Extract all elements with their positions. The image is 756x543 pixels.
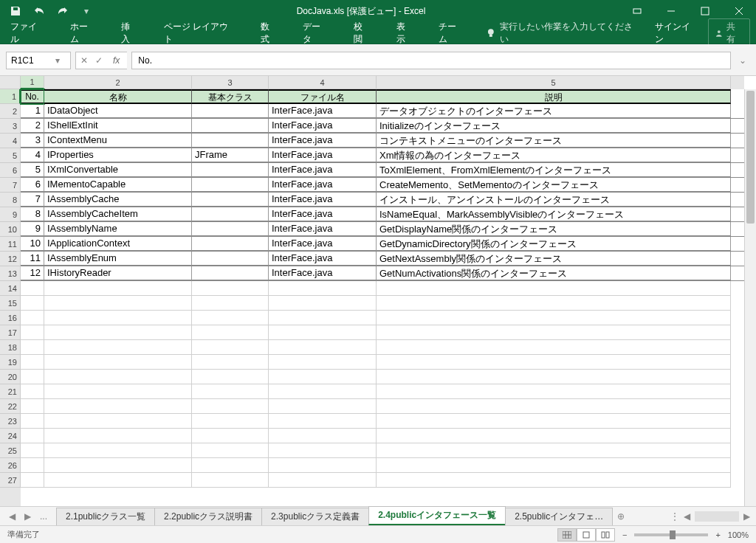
empty-cell[interactable] — [192, 296, 269, 311]
data-cell[interactable]: IsNameEqual、MarkAssemblyVisibleのインターフェース — [377, 207, 731, 221]
data-cell[interactable]: IShellExtInit — [44, 119, 192, 133]
empty-cell[interactable] — [377, 281, 731, 296]
data-cell[interactable]: 1 — [21, 104, 44, 118]
data-cell[interactable]: コンテキストメニューのインターフェース — [377, 134, 731, 148]
data-cell[interactable]: 10 — [21, 237, 44, 251]
row-header[interactable]: 24 — [0, 429, 21, 443]
row-header[interactable]: 26 — [0, 458, 21, 473]
empty-cell[interactable] — [192, 458, 269, 473]
view-page-layout-button[interactable] — [577, 528, 596, 542]
data-cell[interactable] — [192, 119, 269, 133]
empty-cell[interactable] — [377, 370, 731, 384]
sheet-nav-prev[interactable]: ◀ — [9, 511, 16, 522]
add-sheet-button[interactable]: ⊕ — [612, 511, 630, 522]
row-header[interactable]: 8 — [0, 193, 21, 207]
hscroll-split[interactable]: ⋮ — [670, 511, 679, 522]
data-cell[interactable]: IProperties — [44, 148, 192, 162]
data-cell[interactable]: InterFace.java — [269, 178, 377, 192]
empty-cell[interactable] — [269, 370, 377, 384]
data-cell[interactable]: InterFace.java — [269, 104, 377, 118]
empty-cell[interactable] — [269, 325, 377, 340]
column-header[interactable]: 1 — [21, 76, 44, 89]
empty-cell[interactable] — [192, 340, 269, 355]
header-cell[interactable]: 名称 — [44, 89, 192, 104]
empty-cell[interactable] — [377, 443, 731, 458]
empty-cell[interactable] — [192, 473, 269, 488]
empty-cell[interactable] — [269, 399, 377, 414]
row-header[interactable]: 16 — [0, 311, 21, 325]
data-cell[interactable]: CreateMemento、SetMementoのインターフェース — [377, 178, 731, 192]
empty-cell[interactable] — [269, 414, 377, 429]
horizontal-scrollbar[interactable] — [695, 511, 739, 522]
data-cell[interactable]: 9 — [21, 222, 44, 236]
empty-cell[interactable] — [44, 325, 192, 340]
empty-cell[interactable] — [377, 325, 731, 340]
empty-cell[interactable] — [192, 384, 269, 399]
row-header[interactable]: 5 — [0, 148, 21, 163]
hscroll-right[interactable]: ▶ — [743, 511, 750, 522]
row-header[interactable]: 23 — [0, 414, 21, 429]
row-header[interactable]: 11 — [0, 237, 21, 252]
empty-cell[interactable] — [44, 443, 192, 458]
empty-cell[interactable] — [21, 458, 44, 473]
formula-input[interactable]: No. — [131, 52, 731, 69]
empty-cell[interactable] — [377, 473, 731, 488]
empty-cell[interactable] — [21, 473, 44, 488]
empty-cell[interactable] — [21, 311, 44, 325]
empty-cell[interactable] — [192, 414, 269, 429]
header-cell[interactable]: 基本クラス — [192, 89, 269, 104]
vertical-scrollbar[interactable] — [744, 89, 756, 506]
row-header[interactable]: 21 — [0, 384, 21, 399]
empty-cell[interactable] — [377, 340, 731, 355]
sheet-tab[interactable]: 2.1publicクラス一覧 — [56, 508, 155, 525]
empty-cell[interactable] — [44, 296, 192, 311]
empty-cell[interactable] — [44, 340, 192, 355]
empty-cell[interactable] — [269, 281, 377, 296]
row-header[interactable]: 9 — [0, 207, 21, 222]
empty-cell[interactable] — [21, 370, 44, 384]
empty-cell[interactable] — [192, 355, 269, 370]
data-cell[interactable]: 4 — [21, 148, 44, 162]
formula-expand-button[interactable]: ⌄ — [735, 55, 750, 66]
data-cell[interactable] — [192, 193, 269, 207]
cancel-formula-button[interactable]: ✕ — [80, 55, 88, 66]
empty-cell[interactable] — [377, 458, 731, 473]
row-header[interactable]: 25 — [0, 443, 21, 458]
data-cell[interactable] — [192, 207, 269, 221]
data-cell[interactable]: 5 — [21, 163, 44, 177]
data-cell[interactable]: IAssemblyName — [44, 222, 192, 236]
select-all-corner[interactable] — [0, 76, 21, 89]
sheet-tab[interactable]: 2.5publicインタフェ… — [505, 508, 613, 525]
share-button[interactable]: 共有 — [708, 18, 750, 48]
empty-cell[interactable] — [192, 429, 269, 443]
empty-cell[interactable] — [21, 296, 44, 311]
data-cell[interactable] — [192, 237, 269, 251]
redo-button[interactable] — [53, 1, 72, 21]
data-cell[interactable]: 11 — [21, 252, 44, 266]
data-cell[interactable]: GetNumActivations関係のインターフェース — [377, 266, 731, 280]
empty-cell[interactable] — [269, 429, 377, 443]
data-cell[interactable]: InterFace.java — [269, 119, 377, 133]
empty-cell[interactable] — [269, 355, 377, 370]
row-header[interactable]: 22 — [0, 399, 21, 414]
sheet-nav-more[interactable]: ... — [40, 511, 47, 522]
signin-link[interactable]: サインイン — [655, 21, 698, 46]
data-cell[interactable] — [192, 134, 269, 148]
header-cell[interactable]: No. — [21, 89, 44, 104]
data-cell[interactable] — [192, 252, 269, 266]
empty-cell[interactable] — [21, 443, 44, 458]
data-cell[interactable]: Initializeのインターフェース — [377, 119, 731, 133]
empty-cell[interactable] — [44, 458, 192, 473]
empty-cell[interactable] — [269, 384, 377, 399]
row-header[interactable]: 20 — [0, 370, 21, 384]
data-cell[interactable]: 6 — [21, 178, 44, 192]
zoom-slider[interactable] — [634, 533, 708, 536]
row-header[interactable]: 17 — [0, 325, 21, 340]
data-cell[interactable]: InterFace.java — [269, 134, 377, 148]
row-header[interactable]: 10 — [0, 222, 21, 237]
column-header[interactable]: 5 — [377, 76, 731, 89]
row-header[interactable]: 2 — [0, 104, 21, 119]
empty-cell[interactable] — [269, 473, 377, 488]
data-cell[interactable]: InterFace.java — [269, 222, 377, 236]
data-cell[interactable]: GetNextAssembly関係のインターフェース — [377, 252, 731, 266]
